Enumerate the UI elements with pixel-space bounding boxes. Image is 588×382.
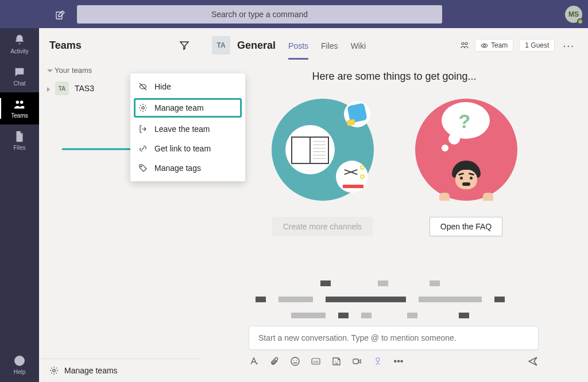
- gear-icon: [49, 366, 59, 375]
- menu-manage-team-label: Manage team: [154, 103, 204, 112]
- menu-manage-team[interactable]: Manage team: [134, 98, 242, 118]
- svg-point-12: [293, 360, 294, 361]
- svg-point-7: [141, 166, 142, 167]
- presence-available-icon: [577, 18, 583, 25]
- menu-hide[interactable]: Hide: [130, 77, 245, 96]
- rail-teams-label: Teams: [11, 112, 28, 119]
- channel-pane: TA General Posts Files Wiki Team: [200, 28, 588, 382]
- card-create-channels: Create more channels: [271, 99, 374, 236]
- search-input[interactable]: Search or type a command: [77, 5, 442, 24]
- svg-point-13: [296, 360, 297, 361]
- sticker-icon[interactable]: [331, 356, 342, 367]
- rail-files[interactable]: Files: [0, 124, 39, 157]
- svg-point-5: [53, 369, 55, 372]
- rail-files-label: Files: [13, 145, 25, 151]
- compose-input[interactable]: Start a new conversation. Type @ to ment…: [249, 326, 539, 350]
- app-rail: Activity Chat Teams Files Help: [0, 28, 39, 382]
- menu-manage-tags[interactable]: Manage tags: [130, 158, 245, 178]
- team-avatar: TA: [55, 81, 69, 95]
- svg-point-9: [465, 42, 467, 45]
- your-teams-label: Your teams: [55, 66, 92, 75]
- svg-text:GIF: GIF: [313, 360, 319, 364]
- menu-get-link[interactable]: Get link to team: [130, 139, 245, 158]
- channel-header: TA General Posts Files Wiki Team: [200, 28, 588, 63]
- menu-hide-label: Hide: [154, 82, 171, 91]
- compose-more-icon[interactable]: •••: [393, 356, 404, 367]
- svg-point-6: [142, 107, 144, 109]
- teams-title: Teams: [49, 40, 82, 52]
- redacted-messages: [223, 280, 536, 318]
- guest-pill[interactable]: 1 Guest: [519, 39, 555, 52]
- compose-icon[interactable]: [56, 10, 65, 20]
- rail-teams[interactable]: Teams: [0, 92, 39, 124]
- team-name: TAS3: [75, 84, 94, 93]
- tab-files[interactable]: Files: [321, 31, 338, 60]
- menu-leave-label: Leave the team: [154, 124, 210, 134]
- search-placeholder: Search or type a command: [211, 10, 308, 19]
- svg-point-1: [16, 101, 19, 104]
- composer: Start a new conversation. Type @ to ment…: [249, 326, 539, 367]
- channel-avatar: TA: [212, 36, 230, 54]
- card-open-faq: ? Open the FAQ: [415, 99, 518, 236]
- team-context-menu: Hide Manage team Leave the team Get link…: [130, 73, 245, 181]
- manage-teams-button[interactable]: Manage teams: [39, 358, 200, 382]
- open-faq-button[interactable]: Open the FAQ: [430, 217, 503, 236]
- emoji-icon[interactable]: [290, 356, 300, 367]
- create-channels-button[interactable]: Create more channels: [272, 217, 373, 236]
- tab-wiki[interactable]: Wiki: [351, 31, 366, 60]
- visibility-label: Team: [491, 41, 508, 49]
- menu-leave-team[interactable]: Leave the team: [130, 119, 245, 139]
- svg-point-17: [337, 361, 338, 361]
- meet-icon[interactable]: [352, 356, 362, 367]
- channel-more-icon[interactable]: ···: [560, 39, 577, 52]
- guest-label: 1 Guest: [525, 41, 549, 49]
- illustration-faq: ?: [415, 99, 517, 201]
- svg-point-2: [20, 101, 23, 104]
- gif-icon[interactable]: GIF: [311, 356, 321, 367]
- svg-point-8: [462, 42, 464, 45]
- attach-icon[interactable]: [269, 356, 280, 367]
- menu-get-link-label: Get link to team: [154, 144, 211, 153]
- filter-icon[interactable]: [179, 40, 189, 50]
- rail-activity-label: Activity: [10, 48, 29, 54]
- titlebar: Search or type a command MS: [0, 0, 588, 28]
- svg-rect-18: [353, 359, 358, 364]
- svg-point-19: [376, 358, 380, 361]
- compose-placeholder: Start a new conversation. Type @ to ment…: [258, 333, 457, 342]
- rail-chat-label: Chat: [13, 80, 25, 87]
- avatar-initials: MS: [568, 10, 579, 18]
- stream-icon[interactable]: [373, 356, 383, 367]
- svg-point-10: [483, 44, 486, 46]
- rail-help[interactable]: Help: [0, 349, 39, 381]
- channel-body: Here are some things to get going... Cre…: [200, 63, 588, 382]
- org-icon[interactable]: [460, 41, 469, 50]
- manage-teams-label: Manage teams: [64, 366, 118, 375]
- send-icon[interactable]: [527, 356, 539, 367]
- welcome-title: Here are some things to get going...: [200, 71, 588, 83]
- rail-chat[interactable]: Chat: [0, 60, 39, 92]
- format-icon[interactable]: [249, 356, 259, 367]
- rail-help-label: Help: [14, 369, 26, 375]
- menu-manage-tags-label: Manage tags: [154, 163, 201, 173]
- rail-activity[interactable]: Activity: [0, 28, 39, 60]
- tab-posts[interactable]: Posts: [288, 31, 308, 60]
- svg-point-4: [19, 363, 20, 364]
- channel-name: General: [237, 40, 276, 52]
- visibility-pill[interactable]: Team: [475, 39, 513, 52]
- illustration-channels: [272, 99, 374, 201]
- svg-point-16: [335, 361, 335, 361]
- svg-point-11: [291, 357, 299, 365]
